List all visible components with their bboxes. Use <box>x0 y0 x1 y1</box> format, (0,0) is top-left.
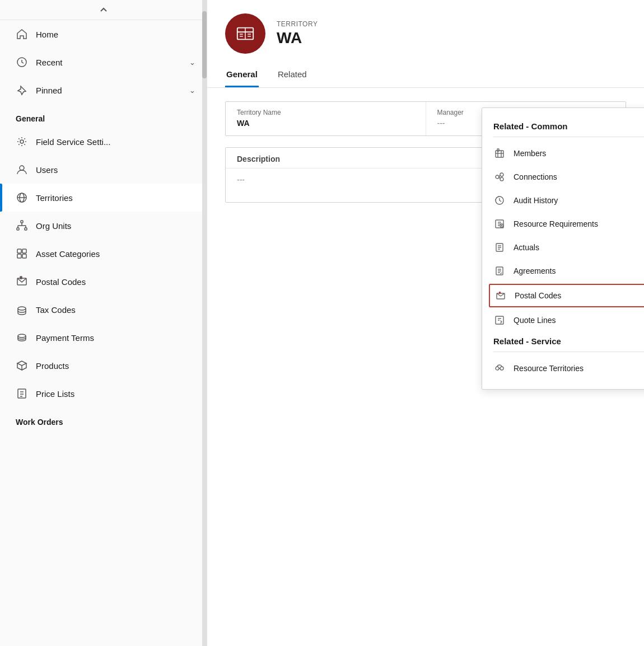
dropdown-item-resource-territories[interactable]: Resource Territories <box>482 357 644 380</box>
svg-point-58 <box>496 367 499 370</box>
svg-rect-28 <box>496 151 503 157</box>
svg-point-35 <box>500 177 503 181</box>
sidebar-item-postal-codes-label: Postal Codes <box>36 277 195 287</box>
dropdown-item-quote-lines[interactable]: Quote Lines <box>482 308 644 332</box>
svg-rect-18 <box>20 277 22 279</box>
record-header: TERRITORY WA <box>207 0 644 64</box>
sidebar-item-tax-codes[interactable]: Tax Codes <box>0 296 207 324</box>
svg-point-1 <box>20 140 24 143</box>
sidebar-item-users-label: Users <box>36 165 195 175</box>
sidebar-item-products[interactable]: Products <box>0 352 207 380</box>
dropdown-item-agreements[interactable]: Agreements <box>482 259 644 283</box>
svg-point-20 <box>18 334 26 338</box>
payment-icon <box>16 331 28 344</box>
dropdown-section-service-header: Related - Service <box>482 332 644 352</box>
record-title-block: TERRITORY WA <box>277 20 318 47</box>
svg-rect-54 <box>499 292 501 294</box>
dropdown-item-postal-codes-label: Postal Codes <box>515 291 561 300</box>
sidebar-item-asset-categories[interactable]: Asset Categories <box>0 240 207 268</box>
dropdown-item-audit-history[interactable]: Audit History <box>482 189 644 212</box>
sidebar-section-general: General <box>0 104 207 128</box>
product-icon <box>16 359 28 372</box>
chevron-down-icon: ⌄ <box>189 58 195 67</box>
sidebar-item-recent[interactable]: Recent ⌄ <box>0 48 207 76</box>
territory-name-value: WA <box>237 119 414 128</box>
sidebar-item-field-service[interactable]: Field Service Setti... <box>0 128 207 156</box>
svg-point-2 <box>20 166 24 170</box>
gear-icon <box>16 135 28 148</box>
tax-icon <box>16 303 28 316</box>
svg-point-19 <box>18 307 26 310</box>
svg-line-36 <box>499 175 500 177</box>
globe-icon <box>16 191 28 204</box>
dropdown-item-actuals[interactable]: Actuals <box>482 236 644 259</box>
resource-req-icon <box>493 218 506 230</box>
dropdown-divider-service <box>493 352 644 352</box>
svg-rect-14 <box>22 249 26 253</box>
sidebar-item-home[interactable]: Home <box>0 20 207 48</box>
sidebar-item-payment-terms-label: Payment Terms <box>36 333 195 343</box>
sidebar-item-recent-label: Recent <box>36 58 181 67</box>
dropdown-item-postal-codes[interactable]: Postal Codes <box>489 284 644 307</box>
dropdown-item-connections[interactable]: Connections <box>482 165 644 189</box>
svg-rect-32 <box>497 149 499 151</box>
sidebar-item-territories-label: Territories <box>36 193 195 203</box>
tab-related[interactable]: Related <box>277 64 308 87</box>
chevron-down-icon-2: ⌄ <box>189 86 195 95</box>
sidebar-item-pinned-label: Pinned <box>36 86 181 95</box>
actuals-icon <box>493 241 506 254</box>
sidebar-item-home-label: Home <box>36 30 195 39</box>
sidebar-item-products-label: Products <box>36 361 195 371</box>
sidebar-item-price-lists-label: Price Lists <box>36 389 195 399</box>
dropdown-item-quote-lines-label: Quote Lines <box>514 316 556 325</box>
dropdown-item-audit-history-label: Audit History <box>514 196 558 205</box>
sidebar-item-territories[interactable]: Territories <box>0 184 207 212</box>
record-type-label: TERRITORY <box>277 20 318 28</box>
sidebar-item-postal-codes[interactable]: Postal Codes <box>0 268 207 296</box>
group-icon <box>493 147 506 160</box>
sidebar-item-payment-terms[interactable]: Payment Terms <box>0 324 207 352</box>
sidebar-section-work-orders: Work Orders <box>0 408 207 431</box>
sidebar-scrollbar[interactable] <box>202 0 207 646</box>
user-icon <box>16 163 28 176</box>
svg-point-33 <box>496 175 499 179</box>
sidebar-scrollbar-thumb[interactable] <box>202 11 207 78</box>
asset-icon <box>16 247 28 260</box>
pricelist-icon <box>16 387 28 400</box>
dropdown-item-agreements-label: Agreements <box>514 266 556 275</box>
dropdown-item-members[interactable]: Members <box>482 142 644 165</box>
dropdown-section-common-header: Related - Common <box>482 117 644 137</box>
svg-rect-15 <box>17 254 21 258</box>
dropdown-item-resource-territories-label: Resource Territories <box>514 364 584 373</box>
record-avatar <box>225 13 265 54</box>
sidebar-item-pinned[interactable]: Pinned ⌄ <box>0 76 207 104</box>
sidebar-scroll-up[interactable] <box>0 0 207 20</box>
form-cell-territory-name: Territory Name WA <box>226 102 426 135</box>
clock-icon <box>16 56 28 68</box>
sidebar-item-users[interactable]: Users <box>0 156 207 184</box>
svg-line-37 <box>499 177 500 179</box>
sidebar-item-field-service-label: Field Service Setti... <box>36 137 195 147</box>
svg-rect-7 <box>17 228 19 230</box>
dropdown-divider-common <box>493 137 644 137</box>
record-name: WA <box>277 29 318 47</box>
quote-icon <box>493 314 506 326</box>
dropdown-item-resource-requirements[interactable]: Resource Requirements <box>482 212 644 236</box>
home-icon <box>16 28 28 40</box>
dropdown-item-resource-requirements-label: Resource Requirements <box>514 219 598 228</box>
sidebar-item-tax-codes-label: Tax Codes <box>36 305 195 315</box>
postal-icon <box>494 289 507 302</box>
sidebar-item-price-lists[interactable]: Price Lists <box>0 380 207 408</box>
history-icon <box>493 194 506 207</box>
svg-point-34 <box>500 173 503 176</box>
sidebar-item-org-units-label: Org Units <box>36 221 195 231</box>
agreements-icon <box>493 265 506 277</box>
svg-point-59 <box>500 367 503 370</box>
tab-general[interactable]: General <box>225 64 259 87</box>
resource-territories-icon <box>493 362 506 375</box>
svg-rect-13 <box>17 249 21 253</box>
svg-rect-16 <box>22 254 26 258</box>
sidebar: Home Recent ⌄ Pinned ⌄ General Field <box>0 0 207 646</box>
mail-icon <box>16 275 28 288</box>
sidebar-item-org-units[interactable]: Org Units <box>0 212 207 240</box>
